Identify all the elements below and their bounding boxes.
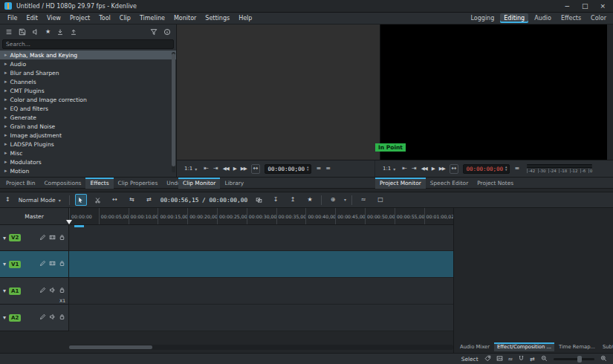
menu-clip[interactable]: Clip xyxy=(115,13,135,23)
monitor-config-icon[interactable]: ≡ xyxy=(325,166,331,172)
zoom-slider-handle[interactable] xyxy=(577,356,582,363)
tab-compositions[interactable]: Compositions xyxy=(39,178,85,189)
timeline-zone-marker[interactable] xyxy=(74,225,84,227)
project-timecode[interactable]: 00:00:00;00 ▲▼ xyxy=(463,164,510,174)
track-tag[interactable]: V1 xyxy=(9,261,21,268)
track-tag[interactable]: V2 xyxy=(9,234,21,241)
edit-icon[interactable] xyxy=(39,287,46,295)
workspace-audio[interactable]: Audio xyxy=(531,13,555,23)
track-body-v1[interactable] xyxy=(69,251,453,278)
menu-tool[interactable]: Tool xyxy=(94,13,115,23)
collapse-icon[interactable]: ▾ xyxy=(3,235,6,241)
multicam-tool-button[interactable]: ⇄ xyxy=(143,194,155,206)
tab-project-notes[interactable]: Project Notes xyxy=(473,178,518,189)
edit-icon[interactable] xyxy=(39,260,46,268)
workspace-logging[interactable]: Logging xyxy=(467,13,499,23)
lock-icon[interactable] xyxy=(59,260,65,268)
track-body-a2[interactable] xyxy=(69,305,453,331)
collapse-icon[interactable]: ▾ xyxy=(3,261,6,267)
spacer-tool-button[interactable]: ↔ xyxy=(109,194,121,206)
menu-settings[interactable]: Settings xyxy=(201,13,234,23)
tab-audio-mixer[interactable]: Audio Mixer xyxy=(457,342,493,351)
track-head-a1[interactable]: ▾ A1 X1 xyxy=(0,278,69,305)
track-head-v1[interactable]: ▾ V1 xyxy=(0,251,69,278)
effect-category[interactable]: ▸Alpha, Mask and Keying xyxy=(0,51,176,59)
track-tag[interactable]: A1 xyxy=(9,287,21,295)
favorite-icon[interactable]: ★ xyxy=(304,194,316,206)
track-body-v2[interactable] xyxy=(69,225,453,251)
clip-timecode[interactable]: 00:00:00;00 ▲▼ xyxy=(265,164,311,174)
timeline-ruler[interactable]: 00:00:00 00:00:05,00 00:00:10,00 00:00:1… xyxy=(69,208,453,225)
menu-help[interactable]: Help xyxy=(234,13,256,23)
tab-project-monitor[interactable]: Project Monitor xyxy=(375,178,426,189)
workspace-editing[interactable]: Editing xyxy=(500,13,528,23)
menu-file[interactable]: File xyxy=(3,13,22,23)
monitor-config-icon[interactable]: ≡ xyxy=(514,166,519,172)
effect-category[interactable]: ▸Motion xyxy=(0,166,176,175)
clip-zoom-dropdown[interactable]: 1:1 ▾ xyxy=(182,165,199,172)
effect-category[interactable]: ▸Misc xyxy=(0,149,176,157)
spinner-icons[interactable]: ▲▼ xyxy=(307,166,308,172)
video-track-icon[interactable] xyxy=(49,260,56,268)
tab-project-bin[interactable]: Project Bin xyxy=(1,178,39,189)
zoom-out-icon[interactable] xyxy=(541,355,548,363)
menu-icon[interactable] xyxy=(5,28,13,36)
lock-icon[interactable] xyxy=(59,234,65,242)
effect-category[interactable]: ▸EQ and filters xyxy=(0,104,176,113)
effect-category[interactable]: ▸Channels xyxy=(0,77,176,86)
upload-icon[interactable] xyxy=(70,28,77,36)
tab-effect-composition-stack[interactable]: Effect/Composition ... xyxy=(494,342,554,351)
audio-level-icon[interactable]: ≡ xyxy=(316,166,321,172)
chevron-down-icon[interactable]: ▾ xyxy=(344,198,346,202)
menu-view[interactable]: View xyxy=(42,13,65,23)
project-zoom-dropdown[interactable]: 1:1 ▾ xyxy=(380,165,398,172)
effect-category[interactable]: ▸Color and Image correction xyxy=(0,95,176,104)
extract-zone-icon[interactable]: ↥ xyxy=(287,194,299,206)
rewind-icon[interactable]: ◀◀ xyxy=(421,166,427,172)
marker-icon[interactable]: ⊕ xyxy=(327,194,339,206)
workspace-color[interactable]: Color xyxy=(587,13,610,23)
filter-icon[interactable] xyxy=(150,28,158,36)
favorite-effects-icon[interactable]: ★ xyxy=(45,29,51,35)
workspace-effects[interactable]: Effects xyxy=(557,13,585,23)
tab-subtitles[interactable]: Subtitles xyxy=(600,342,613,351)
loop-zone-button[interactable]: ↔ xyxy=(251,164,261,174)
auto-transitions-icon[interactable]: ⇄ xyxy=(530,356,535,363)
zone-out-icon[interactable]: ⇥ xyxy=(412,166,417,172)
menu-project[interactable]: Project xyxy=(65,13,94,23)
lock-icon[interactable] xyxy=(59,287,65,295)
selection-tool-button[interactable] xyxy=(75,194,87,206)
edit-mode-dropdown[interactable]: Normal Mode ▾ xyxy=(16,196,64,204)
timeline-hscrollbar[interactable] xyxy=(69,345,453,350)
effect-category[interactable]: ▸Blur and Sharpen xyxy=(0,68,176,77)
speaker-icon[interactable] xyxy=(49,287,56,295)
edit-icon[interactable] xyxy=(39,234,46,242)
search-input[interactable] xyxy=(2,39,174,49)
lock-icon[interactable] xyxy=(59,313,65,322)
audio-thumbnails-icon[interactable]: ≈ xyxy=(508,356,513,363)
video-track-icon[interactable] xyxy=(49,234,56,242)
track-head-a2[interactable]: ▾ A2 xyxy=(0,305,69,331)
menu-monitor[interactable]: Monitor xyxy=(169,13,201,23)
maximize-button[interactable]: □ xyxy=(582,3,588,10)
collapse-icon[interactable]: ▾ xyxy=(3,314,6,321)
slip-tool-button[interactable]: ⇆ xyxy=(126,194,138,206)
minimize-button[interactable]: − xyxy=(564,3,570,10)
effect-category[interactable]: ▸Grain and Noise xyxy=(0,122,176,131)
track-height-icon[interactable]: ↕ xyxy=(5,197,10,203)
collapse-icon[interactable]: ▾ xyxy=(3,287,6,294)
track-tag[interactable]: A2 xyxy=(9,314,21,322)
forward-icon[interactable]: ▶▶ xyxy=(439,166,445,172)
effect-category[interactable]: ▸Modulators xyxy=(0,157,176,166)
tab-time-remap[interactable]: Time Remap... xyxy=(556,342,598,351)
effect-category[interactable]: ▸CMT Plugins xyxy=(0,86,176,95)
mix-clips-icon[interactable] xyxy=(253,194,265,206)
play-icon[interactable]: ▶ xyxy=(432,166,435,172)
tag-icon[interactable] xyxy=(484,355,491,363)
track-body-a1[interactable] xyxy=(69,278,453,305)
playhead[interactable] xyxy=(66,220,72,224)
close-button[interactable]: × xyxy=(600,3,606,10)
audio-thumbnails-icon[interactable]: ≈ xyxy=(357,194,369,206)
zone-in-icon[interactable]: ⇤ xyxy=(402,166,407,172)
edit-icon[interactable] xyxy=(39,313,46,322)
